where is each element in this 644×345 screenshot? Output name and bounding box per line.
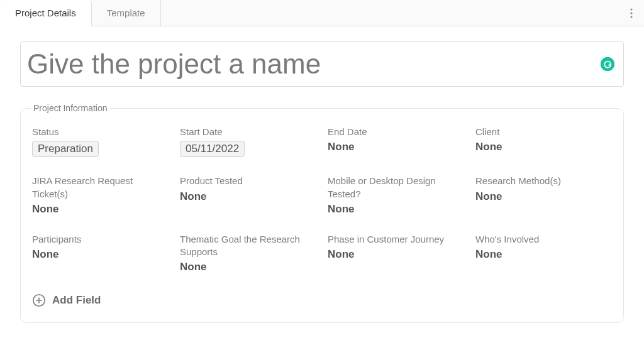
section-legend: Project Information [31, 103, 110, 113]
field-value: None [475, 190, 612, 203]
field-status[interactable]: Status Preparation [32, 126, 169, 157]
field-label: Who's Involved [475, 233, 612, 246]
svg-point-1 [630, 12, 632, 14]
field-whos-involved[interactable]: Who's Involved None [475, 233, 612, 274]
field-value: None [328, 248, 464, 261]
status-chip[interactable]: Preparation [32, 141, 99, 157]
fields-grid: Status Preparation Start Date 05/11/2022… [30, 122, 614, 278]
field-label: Start Date [180, 126, 316, 138]
add-field-button[interactable]: Add Field [30, 293, 101, 307]
field-client[interactable]: Client None [475, 126, 612, 157]
field-value: None [32, 248, 169, 261]
grammarly-icon[interactable] [601, 57, 614, 71]
field-label: JIRA Research Request Ticket(s) [32, 175, 169, 200]
plus-circle-icon [32, 293, 46, 307]
field-label: Phase in Customer Journey [328, 233, 464, 246]
field-value: None [328, 203, 464, 216]
tab-project-details[interactable]: Project Details [0, 0, 92, 26]
field-value: None [475, 141, 612, 153]
field-end-date[interactable]: End Date None [328, 126, 464, 157]
tab-template[interactable]: Template [92, 0, 161, 26]
svg-point-3 [601, 57, 614, 71]
tab-bar: Project Details Template [0, 0, 644, 26]
field-value: None [328, 141, 464, 153]
field-thematic-goal[interactable]: Thematic Goal the Research Supports None [180, 233, 316, 274]
field-label: Mobile or Desktop Design Tested? [328, 175, 464, 200]
project-title-wrap [20, 41, 624, 87]
field-value: None [180, 261, 316, 273]
field-start-date[interactable]: Start Date 05/11/2022 [180, 126, 316, 157]
start-date-chip[interactable]: 05/11/2022 [180, 141, 245, 157]
field-label: Status [32, 126, 169, 138]
svg-point-2 [630, 16, 632, 18]
field-mobile-desktop[interactable]: Mobile or Desktop Design Tested? None [328, 175, 464, 216]
kebab-menu-icon[interactable] [630, 8, 633, 18]
main-content: Project Information Status Preparation S… [0, 26, 644, 338]
field-label: Product Tested [180, 175, 316, 187]
project-information-section: Project Information Status Preparation S… [20, 103, 624, 323]
field-label: End Date [328, 126, 464, 138]
field-label: Client [475, 126, 612, 138]
field-label: Participants [32, 233, 169, 246]
field-research-method[interactable]: Research Method(s) None [475, 175, 612, 216]
project-title-input[interactable] [27, 48, 586, 80]
field-label: Thematic Goal the Research Supports [180, 233, 316, 259]
svg-point-0 [630, 8, 632, 10]
field-value: None [32, 203, 169, 216]
field-value: None [180, 190, 316, 203]
field-product-tested[interactable]: Product Tested None [180, 175, 316, 216]
add-field-label: Add Field [52, 294, 101, 307]
field-participants[interactable]: Participants None [32, 233, 169, 274]
field-phase-journey[interactable]: Phase in Customer Journey None [328, 233, 464, 274]
field-value: None [475, 248, 612, 261]
field-jira[interactable]: JIRA Research Request Ticket(s) None [32, 175, 169, 216]
field-label: Research Method(s) [475, 175, 612, 187]
